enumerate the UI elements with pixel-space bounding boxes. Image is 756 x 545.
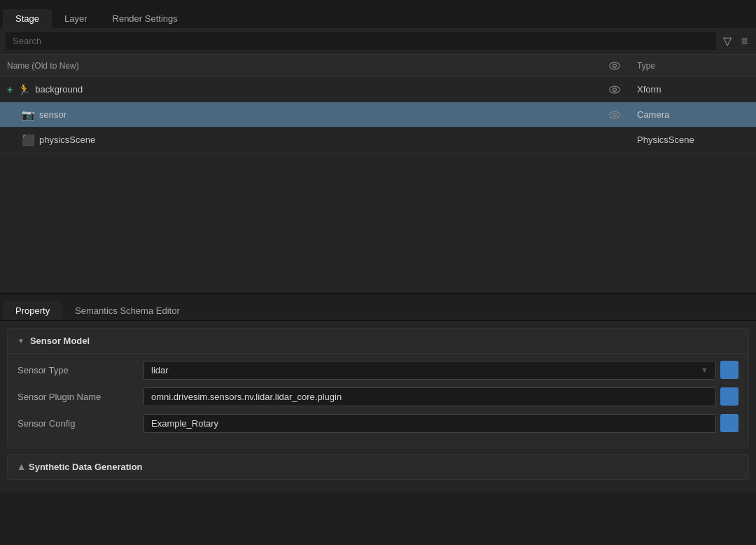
sensor-model-chevron: ▼ bbox=[18, 337, 24, 345]
expand-plus-icon[interactable]: + bbox=[7, 84, 13, 95]
property-panel: Property Semantics Schema Editor ▼ Senso… bbox=[0, 294, 756, 492]
physics-scene-name-col: ⬛ physicsScene bbox=[14, 133, 599, 147]
sensor-model-body: Sensor Type lidar ▼ Sensor Plugin Name o… bbox=[8, 353, 748, 448]
tab-semantics[interactable]: Semantics Schema Editor bbox=[62, 301, 192, 320]
sensor-eye-icon bbox=[609, 109, 620, 120]
background-visibility[interactable] bbox=[599, 84, 630, 95]
stage-panel: Stage Layer Render Settings ▽ ≡ Name (Ol… bbox=[0, 0, 756, 294]
background-node-icon: 🏃 bbox=[17, 83, 31, 97]
background-type: Xform bbox=[630, 84, 756, 95]
sensor-config-action-button[interactable] bbox=[720, 414, 738, 432]
sensor-plugin-value: omni.drivesim.sensors.nv.lidar.lidar_cor… bbox=[144, 387, 716, 406]
stage-column-header: Name (Old to New) Type bbox=[0, 55, 756, 77]
background-name-col: + 🏃 background bbox=[0, 83, 599, 97]
sensor-model-title: Sensor Model bbox=[30, 336, 90, 346]
sensor-type-action-button[interactable] bbox=[720, 361, 738, 379]
physics-scene-type: PhysicsScene bbox=[630, 134, 756, 145]
svg-point-1 bbox=[613, 64, 617, 67]
sensor-type: Camera bbox=[630, 109, 756, 120]
tab-property[interactable]: Property bbox=[3, 301, 62, 320]
svg-point-3 bbox=[613, 88, 617, 91]
type-column-header: Type bbox=[630, 61, 756, 71]
synthetic-data-title: Synthetic Data Generation bbox=[29, 462, 143, 472]
property-tab-bar: Property Semantics Schema Editor bbox=[0, 294, 756, 321]
sensor-plugin-value-area: omni.drivesim.sensors.nv.lidar.lidar_cor… bbox=[144, 387, 738, 406]
tab-render-settings[interactable]: Render Settings bbox=[100, 9, 190, 28]
dropdown-arrow-icon: ▼ bbox=[701, 366, 708, 374]
tree-row-physics-scene[interactable]: ⬛ physicsScene PhysicsScene bbox=[0, 127, 756, 153]
sensor-config-row: Sensor Config Example_Rotary bbox=[18, 413, 738, 434]
sensor-model-section: ▼ Sensor Model Sensor Type lidar ▼ bbox=[7, 328, 749, 448]
sensor-type-row: Sensor Type lidar ▼ bbox=[18, 359, 738, 380]
sensor-config-value: Example_Rotary bbox=[144, 414, 716, 433]
sensor-type-value-area: lidar ▼ bbox=[144, 361, 738, 380]
sensor-config-value-area: Example_Rotary bbox=[144, 414, 738, 433]
physics-scene-node-icon: ⬛ bbox=[21, 133, 35, 147]
svg-point-2 bbox=[610, 86, 620, 93]
eye-header-icon bbox=[609, 60, 620, 71]
filter-icon: ▽ bbox=[723, 34, 732, 48]
sensor-name-col: 📷 sensor bbox=[14, 108, 599, 122]
sensor-plugin-label: Sensor Plugin Name bbox=[18, 392, 144, 402]
hamburger-icon: ≡ bbox=[741, 35, 748, 48]
svg-point-5 bbox=[613, 113, 617, 116]
svg-point-4 bbox=[610, 111, 620, 118]
search-bar: ▽ ≡ bbox=[0, 28, 756, 55]
sensor-type-label: Sensor Type bbox=[18, 365, 144, 375]
sensor-type-value: lidar bbox=[151, 365, 169, 375]
stage-tab-bar: Stage Layer Render Settings bbox=[0, 0, 756, 28]
sensor-config-label: Sensor Config bbox=[18, 418, 144, 429]
tab-layer[interactable]: Layer bbox=[52, 9, 100, 28]
sensor-plugin-action-button[interactable] bbox=[720, 387, 738, 406]
sensor-type-dropdown[interactable]: lidar ▼ bbox=[144, 361, 716, 380]
background-eye-icon bbox=[609, 84, 620, 95]
name-column-header: Name (Old to New) bbox=[0, 61, 599, 71]
tree-row-background[interactable]: + 🏃 background Xform bbox=[0, 77, 756, 102]
sensor-node-icon: 📷 bbox=[21, 108, 35, 122]
tree-row-sensor[interactable]: 📷 sensor Camera bbox=[0, 102, 756, 127]
synthetic-data-chevron: ▶ bbox=[17, 464, 24, 470]
visibility-column-header bbox=[599, 60, 630, 71]
property-content: ▼ Sensor Model Sensor Type lidar ▼ bbox=[0, 321, 756, 492]
menu-button[interactable]: ≡ bbox=[738, 34, 750, 49]
stage-tree: + 🏃 background Xform 📷 sensor bbox=[0, 77, 756, 293]
filter-button[interactable]: ▽ bbox=[720, 33, 734, 49]
svg-point-0 bbox=[610, 62, 620, 69]
synthetic-data-header[interactable]: ▶ Synthetic Data Generation bbox=[8, 455, 748, 479]
sensor-model-header[interactable]: ▼ Sensor Model bbox=[8, 329, 748, 353]
sensor-visibility[interactable] bbox=[599, 109, 630, 120]
search-input[interactable] bbox=[6, 32, 716, 50]
tab-stage[interactable]: Stage bbox=[3, 9, 52, 28]
synthetic-data-section: ▶ Synthetic Data Generation bbox=[7, 454, 749, 480]
sensor-plugin-row: Sensor Plugin Name omni.drivesim.sensors… bbox=[18, 386, 738, 407]
